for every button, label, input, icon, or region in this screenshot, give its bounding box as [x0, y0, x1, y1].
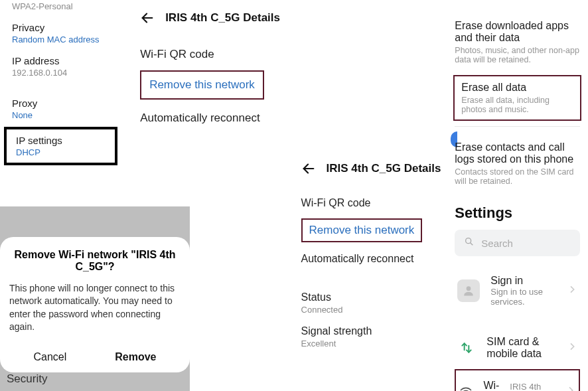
signal-strength-value: Excellent [301, 339, 447, 349]
erase-all-data-row[interactable]: Erase all data Erase all data, including… [453, 75, 581, 121]
back-icon[interactable] [140, 11, 155, 25]
chevron-right-icon [567, 341, 577, 354]
auto-reconnect-row[interactable]: Automatically reconnect [140, 100, 281, 134]
back-icon[interactable] [301, 161, 316, 176]
svg-point-4 [467, 286, 471, 291]
sign-in-desc: Sign in to use services. [490, 287, 556, 307]
proxy-label[interactable]: Proxy [12, 98, 110, 109]
search-input[interactable]: Search [455, 230, 580, 256]
erase-contacts-desc: Contacts stored on the SIM card will be … [455, 167, 580, 186]
security-type-value: WPA2-Personal [12, 1, 110, 11]
erase-all-label: Erase all data [461, 82, 573, 94]
erase-apps-desc: Photos, music, and other non-app data wi… [455, 46, 580, 64]
ip-settings-label[interactable]: IP settings [16, 135, 106, 146]
auto-reconnect-row[interactable]: Automatically reconnect [301, 242, 447, 274]
status-label: Status [301, 291, 447, 303]
sign-in-row[interactable]: Sign in Sign in to use services. [455, 266, 580, 316]
ip-settings-value: DHCP [16, 147, 106, 157]
remove-network-link[interactable]: Remove this network [140, 70, 264, 100]
wifi-value: IRIS 4th C_5G [510, 382, 552, 391]
chevron-right-icon [565, 385, 576, 391]
svg-line-3 [471, 243, 473, 246]
status-value: Connected [301, 305, 447, 315]
page-title: IRIS 4th C_5G Details [165, 11, 280, 25]
wifi-icon [459, 382, 473, 391]
erase-all-desc: Erase all data, including photos and mus… [461, 96, 573, 114]
divider [455, 126, 580, 127]
sim-card-label: SIM card & mobile data [486, 336, 556, 360]
sim-data-icon [457, 339, 476, 357]
erase-contacts-row[interactable]: Erase contacts and call logs stored on t… [455, 141, 580, 165]
remove-network-link[interactable]: Remove this network [301, 218, 423, 242]
sign-in-label: Sign in [490, 275, 556, 287]
proxy-value: None [12, 110, 110, 120]
wifi-label: Wi-Fi [483, 380, 499, 391]
sim-card-row[interactable]: SIM card & mobile data [455, 327, 580, 369]
ip-address-label: IP address [12, 55, 110, 66]
erase-apps-row[interactable]: Erase downloaded apps and their data [455, 20, 580, 44]
wifi-qr-code-row[interactable]: Wi-Fi QR code [140, 39, 281, 70]
search-icon [464, 236, 475, 250]
svg-point-2 [466, 238, 471, 244]
ip-address-value: 192.168.0.104 [12, 68, 110, 78]
page-title: IRIS 4th C_5G Details [327, 162, 441, 175]
privacy-label[interactable]: Privacy [12, 22, 110, 33]
wifi-qr-code-row[interactable]: Wi-Fi QR code [301, 188, 447, 218]
search-placeholder: Search [481, 238, 513, 249]
chevron-right-icon [567, 284, 577, 297]
wifi-row[interactable]: Wi-Fi IRIS 4th C_5G [455, 369, 580, 391]
avatar-icon [457, 279, 480, 302]
cancel-button[interactable]: Cancel [33, 351, 66, 363]
privacy-value: Random MAC address [12, 35, 110, 44]
signal-strength-label: Signal strength [301, 325, 447, 337]
settings-heading: Settings [455, 204, 580, 222]
